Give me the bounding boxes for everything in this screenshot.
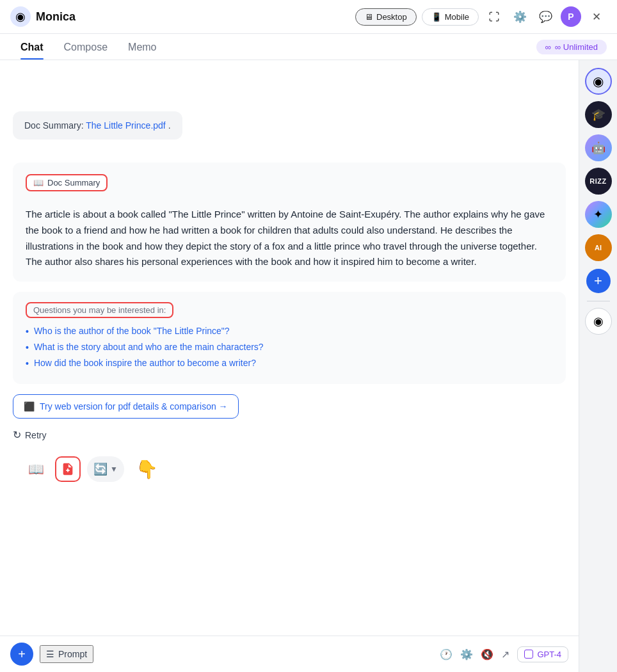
prompt-button[interactable]: ☰ Prompt bbox=[40, 645, 93, 663]
question-item-3[interactable]: • How did the book inspire the author to… bbox=[26, 358, 553, 369]
messages-container[interactable]: Doc Summary: The Little Prince.pdf . 📖 D… bbox=[0, 60, 579, 636]
cursor-hand-emoji: 👇 bbox=[136, 459, 158, 480]
sidebar-item-gemini[interactable]: ✦ bbox=[585, 201, 612, 228]
chat-bubble-button[interactable]: 💬 bbox=[535, 6, 556, 27]
unlimited-icon: ∞ bbox=[545, 42, 551, 52]
questions-section: Questions you may be interested in: • Wh… bbox=[13, 292, 566, 384]
pdf-toolbar-button[interactable] bbox=[55, 456, 81, 482]
sidebar-divider bbox=[587, 301, 610, 301]
sidebar-item-monica-top[interactable]: ◉ bbox=[585, 68, 612, 95]
toolbar-row: 📖 🔄 ▼ 👇 bbox=[13, 450, 566, 488]
expand-button[interactable] bbox=[484, 6, 504, 27]
question-link-3[interactable]: How did the book inspire the author to b… bbox=[34, 358, 256, 368]
questions-label: Questions you may be interested in: bbox=[26, 302, 173, 318]
sidebar-item-rizz[interactable]: RIZZ bbox=[585, 168, 612, 195]
model-logo: 🔄 bbox=[93, 462, 108, 476]
web-version-icon: ⬛ bbox=[24, 401, 35, 412]
tab-compose[interactable]: Compose bbox=[54, 34, 118, 60]
share-icon[interactable]: ↗ bbox=[501, 648, 509, 660]
book-toolbar-button[interactable]: 📖 bbox=[23, 456, 49, 482]
ai-response-text: The article is about a book called "The … bbox=[26, 207, 553, 270]
question-link-1[interactable]: Who is the author of the book "The Littl… bbox=[34, 326, 230, 336]
user-avatar[interactable]: P bbox=[561, 6, 581, 27]
app-header: ◉ Monica 🖥 Desktop 📱 Mobile ⚙️ 💬 P ✕ bbox=[0, 0, 617, 34]
question-link-2[interactable]: What is the story about and who are the … bbox=[34, 342, 264, 352]
mobile-button[interactable]: 📱 Mobile bbox=[422, 8, 479, 26]
bullet-1: • bbox=[26, 326, 29, 337]
input-bar-controls: 🕐 ⚙️ 🔇 ↗ GPT-4 bbox=[440, 646, 568, 662]
retry-icon: ↻ bbox=[13, 429, 21, 441]
monica-logo: ◉ bbox=[10, 6, 31, 27]
add-attachment-button[interactable]: + bbox=[10, 643, 33, 666]
gpt4-square-icon bbox=[524, 650, 533, 659]
right-sidebar: ◉ 🎓 🤖 RIZZ ✦ AI + ◉ bbox=[579, 60, 617, 672]
sidebar-item-colorful[interactable]: 🤖 bbox=[585, 134, 612, 161]
desktop-icon: 🖥 bbox=[365, 12, 373, 22]
monica-logo-icon: ◉ bbox=[15, 10, 26, 24]
retry-row[interactable]: ↻ Retry bbox=[13, 429, 566, 441]
tabs-bar: Chat Compose Memo ∞ ∞ Unlimited bbox=[0, 34, 617, 60]
unlimited-badge: ∞ ∞ Unlimited bbox=[536, 40, 607, 54]
tab-memo[interactable]: Memo bbox=[118, 34, 166, 60]
chat-area: Doc Summary: The Little Prince.pdf . 📖 D… bbox=[0, 60, 579, 672]
sidebar-item-anthropic[interactable]: AI bbox=[585, 234, 612, 261]
history-icon[interactable]: 🕐 bbox=[440, 648, 453, 660]
doc-ref-bubble: Doc Summary: The Little Prince.pdf . bbox=[13, 111, 182, 140]
mobile-icon: 📱 bbox=[431, 12, 442, 22]
prompt-icon: ☰ bbox=[46, 649, 54, 659]
settings-icon[interactable]: ⚙️ bbox=[460, 648, 473, 660]
mute-icon[interactable]: 🔇 bbox=[481, 648, 493, 660]
sidebar-add-button[interactable]: + bbox=[586, 269, 611, 293]
book-icon: 📖 bbox=[33, 178, 44, 188]
gpt4-label: GPT-4 bbox=[537, 650, 561, 659]
plus-icon: + bbox=[594, 273, 602, 289]
gpt4-badge[interactable]: GPT-4 bbox=[517, 646, 568, 662]
doc-summary-tag[interactable]: 📖 Doc Summary bbox=[26, 174, 108, 191]
close-button[interactable]: ✕ bbox=[586, 6, 607, 27]
sidebar-item-monica-bottom[interactable]: ◉ bbox=[585, 308, 612, 335]
question-item-1[interactable]: • Who is the author of the book "The Lit… bbox=[26, 326, 553, 337]
retry-label: Retry bbox=[25, 430, 46, 440]
app-title: Monica bbox=[36, 10, 76, 24]
settings-button[interactable]: ⚙️ bbox=[509, 6, 530, 27]
bullet-2: • bbox=[26, 342, 29, 353]
bullet-3: • bbox=[26, 358, 29, 369]
main-area: Doc Summary: The Little Prince.pdf . 📖 D… bbox=[0, 60, 617, 672]
desktop-button[interactable]: 🖥 Desktop bbox=[355, 8, 417, 26]
question-item-2[interactable]: • What is the story about and who are th… bbox=[26, 342, 553, 353]
doc-link[interactable]: The Little Prince.pdf bbox=[86, 120, 166, 131]
header-controls: 🖥 Desktop 📱 Mobile ⚙️ 💬 P ✕ bbox=[355, 6, 607, 27]
ai-response-block: 📖 Doc Summary The article is about a boo… bbox=[13, 163, 566, 282]
input-bar: + ☰ Prompt 🕐 ⚙️ 🔇 ↗ GPT-4 bbox=[0, 636, 579, 672]
model-switcher[interactable]: 🔄 ▼ bbox=[87, 456, 124, 482]
tab-chat[interactable]: Chat bbox=[10, 34, 54, 60]
sidebar-item-gpt4[interactable]: 🎓 bbox=[585, 101, 612, 128]
web-version-button[interactable]: ⬛ Try web version for pdf details & comp… bbox=[13, 394, 239, 419]
chevron-down-icon: ▼ bbox=[110, 465, 118, 474]
